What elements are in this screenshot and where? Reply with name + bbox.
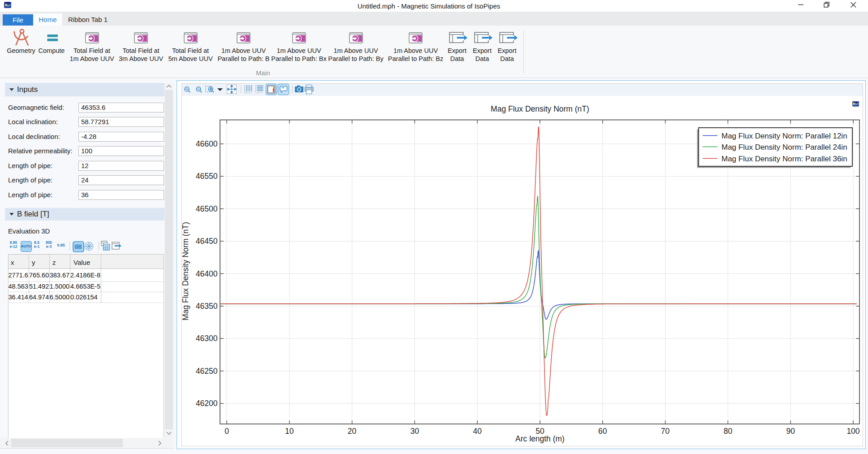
svg-text:Arc length (m): Arc length (m): [515, 434, 565, 443]
svg-text:46450: 46450: [196, 237, 218, 246]
svg-text:Mag Flux Density Norm (nT): Mag Flux Density Norm (nT): [181, 222, 190, 320]
svg-text:80: 80: [724, 427, 733, 436]
svg-text:60: 60: [598, 427, 607, 436]
svg-text:100: 100: [846, 427, 859, 436]
svg-text:0: 0: [225, 427, 229, 436]
svg-text:10: 10: [285, 427, 294, 436]
svg-text:30: 30: [410, 427, 419, 436]
svg-text:46400: 46400: [196, 269, 218, 278]
svg-text:46200: 46200: [196, 399, 218, 408]
svg-text:46300: 46300: [196, 334, 218, 343]
svg-text:40: 40: [473, 427, 482, 436]
svg-text:70: 70: [661, 427, 670, 436]
svg-text:Mag Flux Density Norm: Paralle: Mag Flux Density Norm: Parallel 12in: [721, 132, 847, 140]
svg-text:46500: 46500: [196, 204, 218, 213]
svg-text:Mag Flux Density Norm: Paralle: Mag Flux Density Norm: Parallel 24in: [721, 143, 847, 151]
svg-text:46250: 46250: [196, 367, 218, 376]
svg-text:46350: 46350: [196, 302, 218, 311]
svg-text:Mag Flux Density Norm: Paralle: Mag Flux Density Norm: Parallel 36in: [721, 155, 847, 163]
svg-text:20: 20: [348, 427, 357, 436]
svg-text:90: 90: [786, 427, 795, 436]
svg-text:Mag Flux Density Norm (nT): Mag Flux Density Norm (nT): [491, 104, 589, 113]
svg-text:46600: 46600: [196, 139, 218, 148]
svg-text:46550: 46550: [196, 172, 218, 181]
